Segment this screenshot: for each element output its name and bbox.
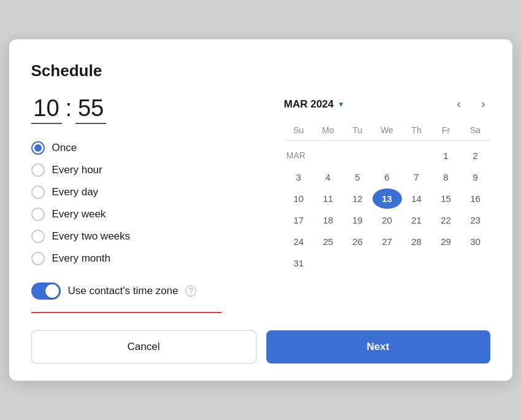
modal-title: Schedule xyxy=(31,61,490,80)
radio-circle-every-day xyxy=(31,185,45,199)
calendar-day-12[interactable]: 12 xyxy=(343,189,372,209)
radio-circle-every-hour xyxy=(31,163,45,177)
cancel-button[interactable]: Cancel xyxy=(31,330,257,364)
calendar-day-23[interactable]: 23 xyxy=(461,210,490,230)
help-icon[interactable]: ? xyxy=(185,286,196,297)
empty-cell xyxy=(402,253,431,273)
left-panel: 10 : 55 Once Every hour Eve xyxy=(31,95,264,313)
calendar-day-20[interactable]: 20 xyxy=(372,210,402,230)
calendar-day-4[interactable]: 4 xyxy=(314,167,343,187)
calendar-day-17[interactable]: 17 xyxy=(284,210,314,230)
red-divider xyxy=(31,312,222,313)
radio-every-week[interactable]: Every week xyxy=(31,208,264,221)
calendar-nav-arrows: ‹ › xyxy=(452,95,490,113)
calendar-day-28[interactable]: 28 xyxy=(402,231,431,252)
timezone-toggle-row: Use contact's time zone ? xyxy=(31,282,264,300)
calendar-day-22[interactable]: 22 xyxy=(431,210,461,230)
calendar-week-5: 24 25 26 27 28 29 30 xyxy=(284,231,490,252)
empty-cell xyxy=(343,253,372,273)
day-header-mo: Mo xyxy=(314,123,343,138)
calendar-day-29[interactable]: 29 xyxy=(431,231,461,252)
timezone-toggle[interactable] xyxy=(31,282,61,300)
calendar-day-21[interactable]: 21 xyxy=(402,210,431,230)
next-month-button[interactable]: › xyxy=(477,95,490,113)
calendar-panel: MAR 2024 ▼ ‹ › Su Mo Tu We Th Fr xyxy=(284,95,490,313)
day-header-fr: Fr xyxy=(431,123,461,138)
empty-cell xyxy=(372,253,402,273)
calendar-day-15[interactable]: 15 xyxy=(431,189,461,209)
calendar-day-6[interactable]: 6 xyxy=(372,167,402,187)
calendar-day-5[interactable]: 5 xyxy=(343,167,372,187)
radio-circle-every-week xyxy=(31,208,45,221)
empty-cell xyxy=(461,253,490,273)
next-button[interactable]: Next xyxy=(266,330,490,364)
calendar-grid: Su Mo Tu We Th Fr Sa MAR 1 2 xyxy=(284,123,490,273)
calendar-day-25[interactable]: 25 xyxy=(314,231,343,252)
calendar-month-row: MAR 1 2 xyxy=(284,146,490,166)
day-header-su: Su xyxy=(284,123,314,138)
radio-every-hour[interactable]: Every hour xyxy=(31,163,264,177)
modal-footer: Cancel Next xyxy=(31,330,490,364)
calendar-day-1[interactable]: 1 xyxy=(431,146,461,166)
calendar-day-10[interactable]: 10 xyxy=(284,189,314,209)
empty-cell xyxy=(402,146,431,166)
calendar-day-26[interactable]: 26 xyxy=(343,231,372,252)
radio-label-every-month: Every month xyxy=(52,252,110,265)
day-header-we: We xyxy=(372,123,402,138)
calendar-day-31[interactable]: 31 xyxy=(284,253,314,273)
modal-body: 10 : 55 Once Every hour Eve xyxy=(31,95,490,313)
calendar-day-16[interactable]: 16 xyxy=(461,189,490,209)
calendar-day-27[interactable]: 27 xyxy=(372,231,402,252)
day-header-tu: Tu xyxy=(343,123,372,138)
calendar-day-2[interactable]: 2 xyxy=(461,146,490,166)
calendar-week-3: 10 11 12 13 14 15 16 xyxy=(284,189,490,209)
calendar-day-14[interactable]: 14 xyxy=(402,189,431,209)
radio-circle-every-month xyxy=(31,252,45,265)
month-dropdown-arrow: ▼ xyxy=(338,100,345,109)
calendar-day-9[interactable]: 9 xyxy=(461,167,490,187)
calendar-day-13[interactable]: 13 xyxy=(372,189,402,209)
radio-once[interactable]: Once xyxy=(31,141,264,155)
radio-every-two-weeks[interactable]: Every two weeks xyxy=(31,230,264,243)
frequency-radio-group: Once Every hour Every day Every week Eve xyxy=(31,141,264,265)
calendar-month-abbr: MAR xyxy=(284,146,314,166)
calendar-day-11[interactable]: 11 xyxy=(314,189,343,209)
calendar-header: MAR 2024 ▼ ‹ › xyxy=(284,95,490,113)
time-hour[interactable]: 10 xyxy=(31,95,62,124)
calendar-divider xyxy=(284,140,490,141)
calendar-day-8[interactable]: 8 xyxy=(431,167,461,187)
radio-every-month[interactable]: Every month xyxy=(31,252,264,265)
radio-label-every-two-weeks: Every two weeks xyxy=(52,230,131,243)
time-colon: : xyxy=(66,95,72,122)
day-header-sa: Sa xyxy=(461,123,490,138)
empty-cell xyxy=(372,146,402,166)
day-header-th: Th xyxy=(402,123,431,138)
toggle-knob xyxy=(45,284,59,298)
radio-every-day[interactable]: Every day xyxy=(31,185,264,199)
calendar-day-30[interactable]: 30 xyxy=(461,231,490,252)
prev-month-button[interactable]: ‹ xyxy=(452,95,466,113)
empty-cell xyxy=(343,146,372,166)
calendar-day-19[interactable]: 19 xyxy=(343,210,372,230)
calendar-day-7[interactable]: 7 xyxy=(402,167,431,187)
radio-inner-once xyxy=(34,144,42,152)
radio-label-every-week: Every week xyxy=(52,208,106,220)
empty-cell xyxy=(314,146,343,166)
radio-label-once: Once xyxy=(52,142,77,154)
radio-circle-every-two-weeks xyxy=(31,230,45,243)
radio-label-every-day: Every day xyxy=(52,186,99,198)
calendar-day-24[interactable]: 24 xyxy=(284,231,314,252)
time-minute[interactable]: 55 xyxy=(75,95,106,124)
empty-cell xyxy=(431,253,461,273)
calendar-days-header: Su Mo Tu We Th Fr Sa xyxy=(284,123,490,138)
calendar-day-18[interactable]: 18 xyxy=(314,210,343,230)
calendar-week-4: 17 18 19 20 21 22 23 xyxy=(284,210,490,230)
calendar-day-3[interactable]: 3 xyxy=(284,167,314,187)
timezone-label: Use contact's time zone xyxy=(68,285,179,297)
calendar-week-6: 31 xyxy=(284,253,490,273)
radio-label-every-hour: Every hour xyxy=(52,164,102,176)
calendar-month-label[interactable]: MAR 2024 ▼ xyxy=(284,98,345,111)
schedule-modal: Schedule 10 : 55 Once Every h xyxy=(9,39,512,381)
month-year-text: MAR 2024 xyxy=(284,98,334,111)
time-display: 10 : 55 xyxy=(31,95,264,124)
